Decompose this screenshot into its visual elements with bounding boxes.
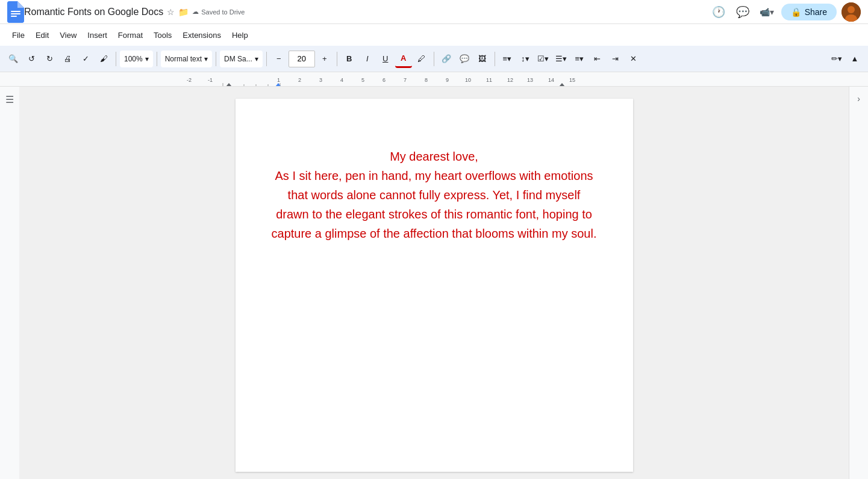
svg-text:1: 1 <box>277 77 280 83</box>
decrease-indent-button[interactable]: ⇤ <box>589 50 606 68</box>
svg-text:2: 2 <box>298 77 301 83</box>
svg-text:11: 11 <box>486 77 492 83</box>
chat-icon: 💬 <box>736 5 749 19</box>
svg-rect-1 <box>11 13 20 14</box>
toolbar-collapse-button[interactable]: ▲ <box>846 50 863 68</box>
zoom-chevron-icon: ▾ <box>145 55 149 63</box>
sidebar-toggle[interactable]: ☰ <box>0 87 19 479</box>
svg-text:5: 5 <box>361 77 364 83</box>
align-button[interactable]: ≡▾ <box>499 50 516 68</box>
svg-text:15: 15 <box>569 77 575 83</box>
document-page: My dearest love, As I sit here, pen in h… <box>236 99 633 472</box>
divider-7 <box>495 52 495 66</box>
svg-point-4 <box>848 6 855 13</box>
undo-button[interactable]: ↺ <box>23 50 40 68</box>
main-content: ☰ My dearest love, As I sit here, pen in… <box>0 87 868 479</box>
svg-text:14: 14 <box>548 77 554 83</box>
divider-3 <box>216 52 216 66</box>
editing-mode-button[interactable]: ✏▾ <box>828 50 845 68</box>
doc-title: Romantic Fonts on Google Docs <box>24 7 163 17</box>
doc-title-row: Romantic Fonts on Google Docs ☆ 📁 ☁ Save… <box>24 7 709 17</box>
style-chevron-icon: ▾ <box>204 55 208 63</box>
star-icon[interactable]: ☆ <box>167 7 175 17</box>
divider-6 <box>434 52 434 66</box>
font-chevron-icon: ▾ <box>255 55 258 63</box>
image-button[interactable]: 🖼 <box>474 50 491 68</box>
svg-text:10: 10 <box>465 77 471 83</box>
sidebar-toggle-icon: ☰ <box>5 94 14 105</box>
comment-button[interactable]: 💬 <box>456 50 473 68</box>
video-icon: 📹▾ <box>760 7 774 17</box>
font-family-select[interactable]: DM Sa... ▾ <box>220 51 263 67</box>
checklist-button[interactable]: ☑▾ <box>535 50 552 68</box>
svg-text:9: 9 <box>446 77 449 83</box>
menu-extensions[interactable]: Extensions <box>178 28 226 42</box>
title-right: 🕐 💬 📹▾ 🔒 Share <box>709 2 861 22</box>
toolbar: 🔍 ↺ ↻ 🖨 ✓ 🖌 100% ▾ Normal text ▾ DM Sa..… <box>0 46 868 72</box>
menu-edit[interactable]: Edit <box>31 28 54 42</box>
svg-text:7: 7 <box>404 77 407 83</box>
cloud-icon: ☁ <box>192 8 199 16</box>
menu-bar: File Edit View Insert Format Tools Exten… <box>0 24 868 46</box>
title-bar: Romantic Fonts on Google Docs ☆ 📁 ☁ Save… <box>0 0 868 24</box>
divider-4 <box>266 52 267 66</box>
text-color-button[interactable]: A <box>395 50 412 68</box>
divider-1 <box>116 52 116 66</box>
folder-icon[interactable]: 📁 <box>178 7 189 17</box>
spellcheck-button[interactable]: ✓ <box>77 50 94 68</box>
menu-format[interactable]: Format <box>113 28 148 42</box>
font-size-decrease-button[interactable]: − <box>270 50 287 68</box>
svg-text:8: 8 <box>425 77 428 83</box>
share-button[interactable]: 🔒 Share <box>781 4 837 20</box>
divider-5 <box>337 52 337 66</box>
paint-format-button[interactable]: 🖌 <box>95 50 112 68</box>
history-button[interactable]: 🕐 <box>709 2 728 22</box>
text-style-select[interactable]: Normal text ▾ <box>161 51 212 67</box>
lock-icon: 🔒 <box>791 7 801 17</box>
line-spacing-button[interactable]: ↕▾ <box>517 50 534 68</box>
video-button[interactable]: 📹▾ <box>757 2 776 22</box>
cloud-status: ☁ Saved to Drive <box>192 8 245 16</box>
menu-tools[interactable]: Tools <box>149 28 176 42</box>
highlight-button[interactable]: 🖊 <box>413 50 430 68</box>
underline-button[interactable]: U <box>377 50 394 68</box>
gdoc-logo-icon <box>7 1 24 23</box>
bold-button[interactable]: B <box>341 50 358 68</box>
svg-text:3: 3 <box>319 77 322 83</box>
svg-text:13: 13 <box>527 77 533 83</box>
svg-text:12: 12 <box>507 77 513 83</box>
svg-text:6: 6 <box>382 77 386 83</box>
menu-insert[interactable]: Insert <box>83 28 112 42</box>
right-panel: › <box>849 87 868 479</box>
increase-indent-button[interactable]: ⇥ <box>607 50 624 68</box>
numbered-list-button[interactable]: ≡▾ <box>571 50 588 68</box>
menu-help[interactable]: Help <box>227 28 253 42</box>
chat-button[interactable]: 💬 <box>733 2 752 22</box>
svg-text:-2: -2 <box>187 77 192 83</box>
svg-text:4: 4 <box>340 77 343 83</box>
font-size-increase-button[interactable]: + <box>316 50 333 68</box>
search-button[interactable]: 🔍 <box>5 50 22 68</box>
bullet-list-button[interactable]: ☰▾ <box>553 50 570 68</box>
svg-rect-0 <box>11 11 20 12</box>
link-button[interactable]: 🔗 <box>438 50 455 68</box>
italic-button[interactable]: I <box>359 50 376 68</box>
title-info: Romantic Fonts on Google Docs ☆ 📁 ☁ Save… <box>24 7 709 17</box>
divider-2 <box>157 52 157 66</box>
menu-view[interactable]: View <box>55 28 81 42</box>
svg-text:-1: -1 <box>208 77 213 83</box>
print-button[interactable]: 🖨 <box>59 50 76 68</box>
clear-formatting-button[interactable]: ✕ <box>625 50 642 68</box>
svg-rect-2 <box>11 16 17 17</box>
menu-file[interactable]: File <box>7 28 30 42</box>
svg-rect-6 <box>0 72 868 87</box>
history-icon: 🕐 <box>712 5 725 19</box>
avatar[interactable] <box>841 2 861 22</box>
font-size-input[interactable] <box>289 51 315 67</box>
redo-button[interactable]: ↻ <box>41 50 58 68</box>
document-content[interactable]: My dearest love, As I sit here, pen in h… <box>272 147 597 243</box>
doc-area[interactable]: My dearest love, As I sit here, pen in h… <box>19 87 849 479</box>
right-collapse-icon[interactable]: › <box>855 91 863 106</box>
ruler: -2 -1 1 2 3 4 5 6 7 8 9 10 11 12 13 14 1… <box>0 72 868 87</box>
zoom-select[interactable]: 100% ▾ <box>120 51 153 67</box>
